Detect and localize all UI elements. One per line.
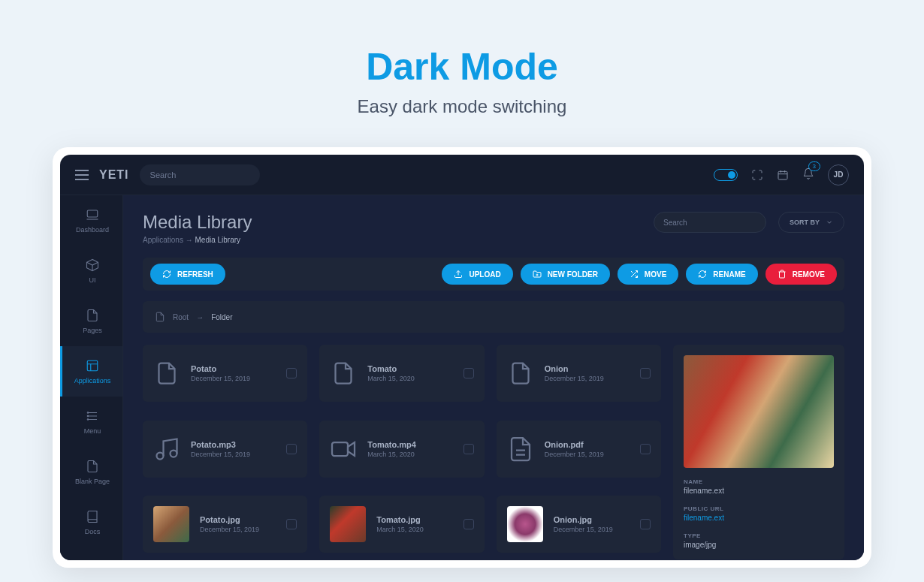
sidebar-item-ui[interactable]: UI [60, 246, 122, 296]
sidebar-item-applications[interactable]: Applications [60, 346, 122, 397]
file-card[interactable]: TomatoMarch 15, 2020 [319, 345, 484, 402]
file-name: Potato.jpg [200, 515, 276, 524]
brand-logo: YETI [99, 168, 129, 182]
upload-button[interactable]: UPLOAD [442, 264, 512, 285]
checkbox[interactable] [464, 444, 474, 454]
path-breadcrumb: Root → Folder [143, 301, 844, 333]
laptop-icon [86, 208, 99, 222]
move-button[interactable]: MOVE [618, 264, 678, 285]
sidebar: DashboardUIPagesApplicationsMenuBlank Pa… [60, 195, 123, 560]
file-icon [155, 312, 165, 322]
hero-subtitle: Easy dark mode switching [0, 96, 924, 117]
search-input[interactable] [150, 170, 254, 179]
hero-title: Dark Mode [0, 45, 924, 89]
trash-icon [778, 270, 787, 279]
calendar-icon[interactable] [777, 169, 789, 181]
file-card[interactable]: Tomato.jpgMarch 15, 2020 [319, 496, 484, 553]
file-card[interactable]: Tomato.mp4March 15, 2020 [319, 421, 484, 478]
sidebar-item-label: Docs [85, 528, 101, 535]
details-panel: NAME filename.ext PUBLIC URL filename.ex… [673, 345, 844, 559]
file-name: Onion [545, 364, 630, 373]
file-card[interactable]: Onion.pdfDecember 15, 2019 [497, 421, 661, 478]
thumbnail [153, 506, 189, 542]
sidebar-item-docs[interactable]: Docs [60, 497, 122, 547]
thumbnail [507, 506, 543, 542]
sidebar-item-menu[interactable]: Menu [60, 397, 122, 447]
checkbox[interactable] [640, 444, 651, 454]
filter-input[interactable] [663, 219, 759, 227]
svg-rect-1 [778, 171, 787, 179]
svg-point-8 [157, 452, 164, 459]
file-date: December 15, 2019 [200, 526, 276, 533]
global-search[interactable] [140, 164, 260, 185]
fullscreen-icon[interactable] [751, 169, 763, 181]
file-card[interactable]: PotatoDecember 15, 2019 [143, 345, 307, 402]
sort-button[interactable]: SORT BY [778, 212, 844, 233]
file-name: Onion.pdf [545, 440, 630, 449]
dark-mode-toggle[interactable] [714, 169, 738, 181]
chevron-down-icon [826, 219, 833, 226]
folder-plus-icon [533, 270, 542, 279]
type-label: TYPE [684, 532, 834, 539]
svg-rect-2 [87, 210, 98, 217]
file-card[interactable]: Potato.mp3December 15, 2019 [143, 421, 307, 478]
menu-toggle[interactable] [75, 170, 89, 180]
audio-icon [153, 436, 180, 463]
folder-icon [153, 360, 180, 387]
shuffle-icon [630, 270, 639, 279]
file-grid: PotatoDecember 15, 2019TomatoMarch 15, 2… [143, 345, 661, 559]
sidebar-item-label: UI [89, 276, 96, 284]
user-avatar[interactable]: JD [828, 164, 849, 185]
refresh-icon [698, 270, 707, 279]
file-date: December 15, 2019 [191, 375, 276, 382]
sidebar-item-label: Menu [84, 427, 101, 435]
app-icon [86, 359, 99, 372]
file-name: Tomato [367, 364, 452, 373]
new-folder-button[interactable]: NEW FOLDER [521, 264, 610, 285]
video-icon [330, 436, 357, 463]
book-icon [86, 510, 99, 523]
refresh-icon [162, 270, 171, 279]
file-name: Tomato.mp4 [367, 440, 452, 449]
file-card[interactable]: Potato.jpgDecember 15, 2019 [143, 496, 307, 553]
cube-icon [86, 258, 99, 272]
checkbox[interactable] [286, 368, 297, 378]
sidebar-item-label: Applications [74, 377, 111, 384]
checkbox[interactable] [464, 519, 474, 529]
file-date: December 15, 2019 [191, 451, 276, 458]
file-card[interactable]: OnionDecember 15, 2019 [497, 345, 661, 402]
file-date: March 15, 2020 [376, 526, 452, 533]
rename-button[interactable]: RENAME [686, 264, 757, 285]
refresh-button[interactable]: REFRESH [150, 264, 225, 285]
file-name: Potato [191, 364, 276, 373]
file-name: Tomato.jpg [376, 515, 452, 524]
file-name: Onion.jpg [554, 515, 630, 524]
doc-icon [507, 436, 534, 463]
sidebar-item-blank-page[interactable]: Blank Page [60, 447, 122, 497]
checkbox[interactable] [286, 519, 297, 529]
thumbnail [330, 506, 366, 542]
sidebar-item-label: Pages [83, 327, 102, 334]
sidebar-item-label: Blank Page [75, 478, 110, 485]
svg-rect-10 [332, 442, 348, 456]
sidebar-item-label: Dashboard [76, 226, 109, 234]
sidebar-item-dashboard[interactable]: Dashboard [60, 195, 122, 246]
file-date: March 15, 2020 [367, 375, 452, 382]
name-label: NAME [684, 478, 834, 485]
checkbox[interactable] [286, 444, 297, 454]
filter-search[interactable] [654, 212, 766, 233]
file-card[interactable]: Onion.jpgDecember 15, 2019 [497, 496, 661, 553]
upload-icon [454, 270, 463, 279]
checkbox[interactable] [640, 519, 651, 529]
checkbox[interactable] [640, 368, 651, 378]
breadcrumb: Applications → Media Library [143, 236, 642, 244]
sidebar-item-pages[interactable]: Pages [60, 296, 122, 346]
url-value[interactable]: filename.ext [684, 514, 834, 522]
remove-button[interactable]: REMOVE [765, 264, 837, 285]
page-title: Media Library [143, 212, 642, 233]
menu-icon [86, 409, 99, 423]
type-value: image/jpg [684, 541, 834, 549]
file-date: December 15, 2019 [554, 526, 630, 533]
name-value: filename.ext [684, 487, 834, 495]
checkbox[interactable] [464, 368, 474, 378]
